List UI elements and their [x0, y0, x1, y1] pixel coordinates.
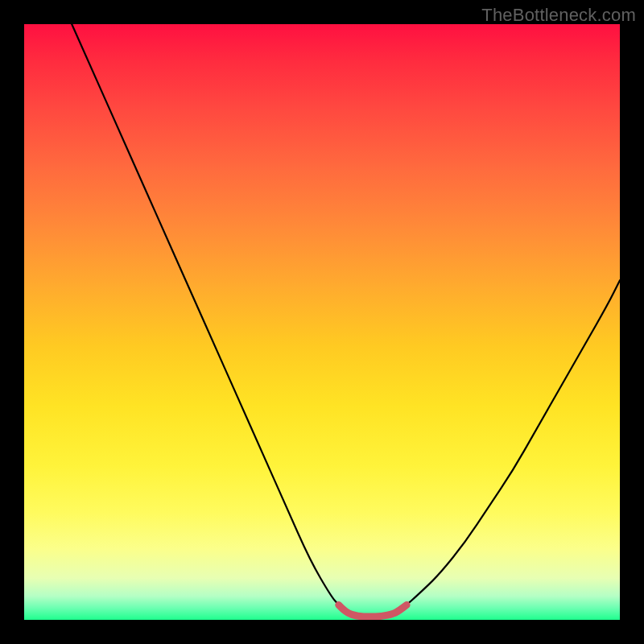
valley-highlight [339, 605, 407, 617]
curve-path [72, 24, 620, 617]
bottleneck-curve [24, 24, 620, 620]
plot-area [24, 24, 620, 620]
watermark-text: TheBottleneck.com [0, 5, 636, 26]
chart-frame: TheBottleneck.com [0, 0, 644, 644]
